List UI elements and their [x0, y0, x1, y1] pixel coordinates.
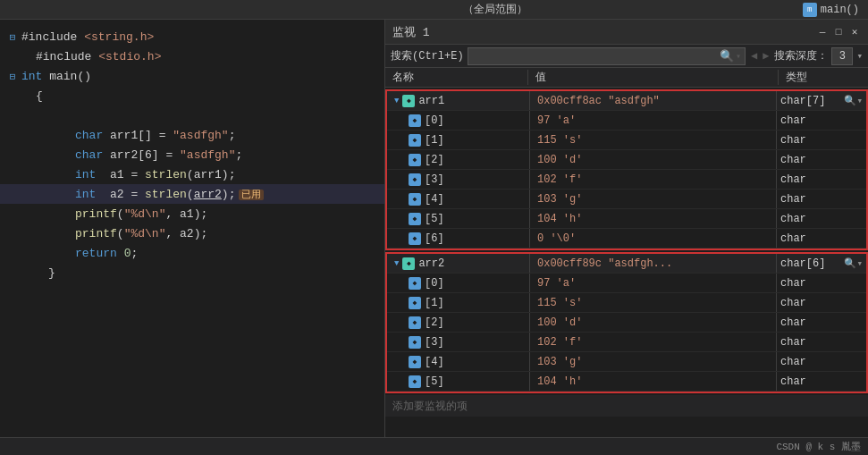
code-line-1: ⊟ #include <string.h> [0, 27, 384, 46]
code-line-10: printf("%d\n", a1); [0, 204, 384, 223]
item-icon: ◆ [409, 356, 421, 368]
item-icon: ◆ [409, 336, 421, 349]
watch-body[interactable]: ▼ ◆ arr1 0x00cff8ac "asdfgh" char[7] 🔍▾ … [385, 88, 868, 437]
item-icon: ◆ [409, 134, 421, 147]
item-icon: ◆ [409, 375, 421, 388]
arr2-expand[interactable]: ▼ [394, 259, 399, 268]
arr1-label: arr1 [418, 95, 444, 107]
code-line-12: return 0; [0, 243, 384, 263]
arr2-item-3[interactable]: ◆ [3] 102 'f' char [387, 333, 866, 352]
watch-toolbar: 搜索(Ctrl+E) 🔍 ▾ ◀ ▶ 搜索深度： 3 ▾ [385, 45, 868, 68]
arr1-item-4[interactable]: ◆ [4] 103 'g' char [387, 190, 866, 209]
arr1-expand[interactable]: ▼ [394, 97, 399, 105]
col-name-header: 名称 [385, 70, 528, 85]
arr1-name: ▼ ◆ arr1 [387, 91, 530, 110]
search-box[interactable]: 🔍 ▾ [468, 47, 746, 65]
add-watch-label: 添加要监视的项 [392, 399, 468, 414]
code-line-8: int a1 = strlen(arr1); [0, 164, 384, 184]
arr2-type: char[6] 🔍▾ [777, 254, 866, 273]
nav-arrows: ◀ ▶ [749, 49, 771, 63]
code-line-11: printf("%d\n", a2); [0, 223, 384, 243]
item-icon: ◆ [409, 297, 421, 309]
code-line-4: { [0, 86, 384, 105]
code-line-6: char arr1[] = "asdfgh"; [0, 125, 384, 145]
bottom-bar: CSDN @ k s 胤墨 [0, 437, 868, 455]
arr2-name: ▼ ◆ arr2 [387, 254, 530, 273]
item-icon: ◆ [409, 277, 421, 290]
arr2-item-0[interactable]: ◆ [0] 97 'a' char [387, 274, 866, 293]
code-line-3: ⊟ int main() [0, 66, 384, 86]
arr1-item-3[interactable]: ◆ [3] 102 'f' char [387, 170, 866, 190]
col-value-header: 值 [528, 70, 779, 85]
arr1-search-icon[interactable]: 🔍▾ [844, 95, 863, 106]
function-label: m main() [803, 3, 859, 17]
main-content: ⊟ #include <string.h> #include <stdio.h>… [0, 20, 868, 437]
minimize-button[interactable]: — [816, 26, 829, 38]
arr2-item-4[interactable]: ◆ [4] 103 'g' char [387, 352, 866, 372]
item-icon: ◆ [409, 316, 421, 329]
arr1-type: char[7] 🔍▾ [777, 91, 866, 110]
depth-box[interactable]: 3 [831, 47, 853, 65]
item-icon: ◆ [409, 193, 421, 206]
item-icon: ◆ [409, 114, 421, 127]
code-line-7: char arr2[6] = "asdfgh"; [0, 145, 384, 164]
arr1-header-row[interactable]: ▼ ◆ arr1 0x00cff8ac "asdfgh" char[7] 🔍▾ [387, 91, 866, 111]
depth-dropdown[interactable]: ▾ [856, 50, 863, 62]
code-line-5 [0, 105, 384, 125]
next-arrow[interactable]: ▶ [761, 49, 771, 63]
arr1-item-0[interactable]: ◆ [0] 97 'a' char [387, 111, 866, 131]
restore-button[interactable]: □ [832, 26, 845, 38]
arr2-section: ▼ ◆ arr2 0x00cff89c "asdfgh... char[6] 🔍… [385, 252, 868, 393]
close-button[interactable]: ✕ [848, 26, 861, 38]
arr2-item-2[interactable]: ◆ [2] 100 'd' char [387, 313, 866, 333]
prev-arrow[interactable]: ◀ [749, 49, 759, 63]
main-icon: m [803, 3, 817, 17]
arr2-search-icon[interactable]: 🔍▾ [844, 257, 863, 269]
arr1-item-2[interactable]: ◆ [2] 100 'd' char [387, 150, 866, 170]
code-panel: ⊟ #include <string.h> #include <stdio.h>… [0, 20, 384, 437]
item-icon: ◆ [409, 154, 421, 166]
arr1-value: 0x00cff8ac "asdfgh" [530, 91, 777, 110]
scope-label: （全局范围） [463, 2, 527, 17]
col-type-header: 类型 [779, 70, 868, 85]
item-icon: ◆ [409, 213, 421, 225]
arr2-header-row[interactable]: ▼ ◆ arr2 0x00cff89c "asdfgh... char[6] 🔍… [387, 254, 866, 274]
depth-label: 搜索深度： [774, 48, 828, 63]
top-bar: （全局范围） m main() [0, 0, 868, 20]
arr1-icon: ◆ [402, 95, 415, 107]
arr1-item-1[interactable]: ◆ [1] 115 's' char [387, 131, 866, 150]
arr2-item-1[interactable]: ◆ [1] 115 's' char [387, 293, 866, 313]
code-line-13: } [0, 263, 384, 282]
watch-titlebar: 监视 1 — □ ✕ [385, 20, 868, 45]
item-icon: ◆ [409, 173, 421, 186]
arr1-item-6[interactable]: ◆ [6] 0 '\0' char [387, 229, 866, 249]
watch-title: 监视 1 [392, 24, 813, 40]
table-header: 名称 值 类型 [385, 68, 868, 88]
arr1-section: ▼ ◆ arr1 0x00cff8ac "asdfgh" char[7] 🔍▾ … [385, 89, 868, 250]
arr1-item-5[interactable]: ◆ [5] 104 'h' char [387, 209, 866, 229]
code-line-2: #include <stdio.h> [0, 46, 384, 66]
search-label: 搜索(Ctrl+E) [391, 48, 464, 63]
item-icon: ◆ [409, 232, 421, 245]
arr2-icon: ◆ [402, 257, 415, 270]
watch-panel: 监视 1 — □ ✕ 搜索(Ctrl+E) 🔍 ▾ ◀ ▶ 搜索深度： 3 ▾ [384, 20, 868, 437]
code-line-9: int a2 = strlen(arr2);已用 [0, 184, 384, 204]
bottom-bar-text: CSDN @ k s 胤墨 [776, 440, 861, 453]
arr2-value: 0x00cff89c "asdfgh... [530, 254, 777, 273]
arr2-item-5[interactable]: ◆ [5] 104 'h' char [387, 372, 866, 392]
add-watch-row[interactable]: 添加要监视的项 [385, 395, 868, 417]
arr2-label: arr2 [418, 257, 444, 270]
